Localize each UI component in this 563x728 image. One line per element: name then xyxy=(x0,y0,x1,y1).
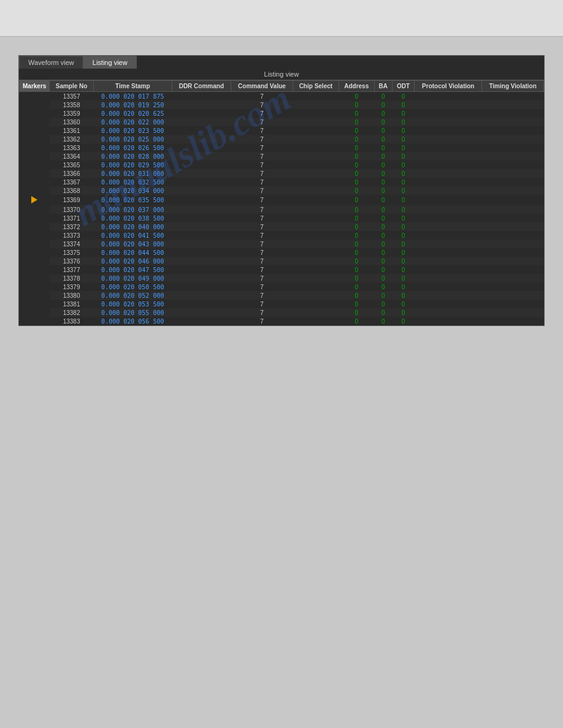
chip-select xyxy=(293,118,339,126)
time-stamp: 0.000 020 038 500 xyxy=(93,214,172,222)
odt: 0 xyxy=(392,265,415,274)
time-stamp: 0.000 020 023 500 xyxy=(93,126,172,135)
odt: 0 xyxy=(392,257,415,265)
tab-waveform-view[interactable]: Waveform view xyxy=(19,56,83,69)
marker-cell xyxy=(20,161,50,169)
address: 0 xyxy=(339,143,374,152)
table-row: 133640.000 020 028 0007000 xyxy=(20,152,544,161)
time-stamp: 0.000 020 019 250 xyxy=(93,100,172,109)
chip-select xyxy=(293,109,339,118)
chip-select xyxy=(293,248,339,257)
col-header-markers: Markers xyxy=(20,81,50,92)
ba: 0 xyxy=(374,195,392,205)
odt: 0 xyxy=(392,308,415,317)
ddr-command xyxy=(172,265,231,274)
table-row: 133740.000 020 043 0007000 xyxy=(20,240,544,248)
marker-cell xyxy=(20,222,50,231)
timing-violation xyxy=(482,126,544,135)
chip-select xyxy=(293,205,339,214)
marker-arrow-icon xyxy=(31,196,37,203)
address: 0 xyxy=(339,282,374,291)
address: 0 xyxy=(339,109,374,118)
ba: 0 xyxy=(374,126,392,135)
tab-listing-view[interactable]: Listing view xyxy=(83,56,137,69)
chip-select xyxy=(293,126,339,135)
time-stamp: 0.000 020 035 500 xyxy=(93,195,172,205)
protocol-violation xyxy=(415,169,482,178)
chip-select xyxy=(293,222,339,231)
table-row: 133780.000 020 049 0007000 xyxy=(20,274,544,282)
protocol-violation xyxy=(415,282,482,291)
chip-select xyxy=(293,291,339,300)
ddr-command xyxy=(172,214,231,222)
ba: 0 xyxy=(374,317,392,325)
chip-select xyxy=(293,178,339,186)
sample-no: 13361 xyxy=(50,126,93,135)
ba: 0 xyxy=(374,300,392,308)
ddr-command xyxy=(172,291,231,300)
time-stamp: 0.000 020 055 000 xyxy=(93,308,172,317)
table-row: 133730.000 020 041 5007000 xyxy=(20,231,544,240)
table-row: 133810.000 020 053 5007000 xyxy=(20,300,544,308)
ddr-command xyxy=(172,205,231,214)
table-row: 133750.000 020 044 5007000 xyxy=(20,248,544,257)
odt: 0 xyxy=(392,100,415,109)
col-header-odt: ODT xyxy=(392,81,415,92)
sample-no: 13367 xyxy=(50,178,93,186)
protocol-violation xyxy=(415,291,482,300)
ba: 0 xyxy=(374,169,392,178)
table-row: 133580.000 020 019 2507000 xyxy=(20,100,544,109)
chip-select xyxy=(293,143,339,152)
table-row: 133670.000 020 032 5007000 xyxy=(20,178,544,186)
ddr-command xyxy=(172,222,231,231)
table-row: 133790.000 020 050 5007000 xyxy=(20,282,544,291)
command-value: 7 xyxy=(231,186,293,195)
protocol-violation xyxy=(415,109,482,118)
address: 0 xyxy=(339,135,374,143)
marker-cell xyxy=(20,274,50,282)
timing-violation xyxy=(482,100,544,109)
odt: 0 xyxy=(392,205,415,214)
time-stamp: 0.000 020 040 000 xyxy=(93,222,172,231)
command-value: 7 xyxy=(231,308,293,317)
odt: 0 xyxy=(392,231,415,240)
time-stamp: 0.000 020 056 500 xyxy=(93,317,172,325)
marker-cell xyxy=(20,265,50,274)
address: 0 xyxy=(339,291,374,300)
ddr-command xyxy=(172,143,231,152)
protocol-violation xyxy=(415,152,482,161)
protocol-violation xyxy=(415,222,482,231)
timing-violation xyxy=(482,195,544,205)
protocol-violation xyxy=(415,143,482,152)
timing-violation xyxy=(482,152,544,161)
odt: 0 xyxy=(392,195,415,205)
protocol-violation xyxy=(415,300,482,308)
sample-no: 13358 xyxy=(50,100,93,109)
time-stamp: 0.000 020 044 500 xyxy=(93,248,172,257)
chip-select xyxy=(293,169,339,178)
timing-violation xyxy=(482,265,544,274)
table-row: 133680.000 020 034 0007000 xyxy=(20,186,544,195)
timing-violation xyxy=(482,135,544,143)
chip-select xyxy=(293,282,339,291)
ddr-command xyxy=(172,282,231,291)
protocol-violation xyxy=(415,248,482,257)
time-stamp: 0.000 020 049 000 xyxy=(93,274,172,282)
protocol-violation xyxy=(415,195,482,205)
time-stamp: 0.000 020 017 875 xyxy=(93,92,172,101)
odt: 0 xyxy=(392,300,415,308)
ddr-command xyxy=(172,100,231,109)
ddr-command xyxy=(172,240,231,248)
chip-select xyxy=(293,300,339,308)
command-value: 7 xyxy=(231,214,293,222)
command-value: 7 xyxy=(231,161,293,169)
address: 0 xyxy=(339,126,374,135)
table-row: 133650.000 020 029 5007000 xyxy=(20,161,544,169)
ba: 0 xyxy=(374,178,392,186)
marker-cell xyxy=(20,291,50,300)
command-value: 7 xyxy=(231,143,293,152)
marker-cell xyxy=(20,186,50,195)
table-row: 133690.000 020 035 5007000 xyxy=(20,195,544,205)
col-header-ddr-command: DDR Command xyxy=(172,81,231,92)
command-value: 7 xyxy=(231,178,293,186)
